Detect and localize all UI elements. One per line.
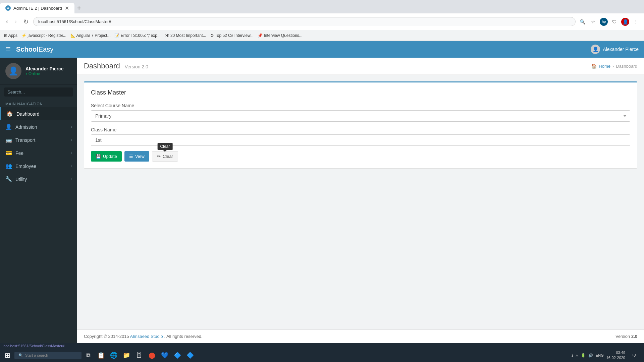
utility-icon: 🔧 [5, 176, 12, 182]
sidebar-label-fee: Fee [15, 150, 67, 156]
toolbar-icons: 🔍 ☆ hp 🛡 👤 ⋮ [578, 18, 640, 26]
taskbar-task6[interactable]: 💙 [159, 349, 171, 361]
admission-arrow-icon: ‹ [71, 125, 72, 129]
sidebar-label-admission: Admission [15, 124, 67, 130]
back-button[interactable]: ‹ [4, 17, 10, 26]
status-bar: localhost:51561/School/ClassMaster# [0, 343, 644, 349]
tray-battery[interactable]: 🔋 [581, 353, 586, 358]
content-footer: Copyright © 2014-2015 Almsaeed Studio . … [77, 329, 644, 343]
sidebar-user-details: Alexander Pierce Online [25, 66, 64, 76]
form-title: Class Master [91, 89, 630, 96]
clear-button[interactable]: ✏ Clear [152, 151, 178, 162]
system-tray: ℹ △ 🔋 🔊 ENG 03:49 16-02-2020 🗨 [569, 349, 643, 361]
clear-button-wrapper: Clear ✏ Clear [152, 151, 178, 162]
forward-button[interactable]: › [13, 17, 19, 26]
tray-icon-1[interactable]: ℹ [572, 353, 573, 358]
class-label: Class Name [91, 127, 630, 132]
breadcrumb-separator: › [612, 64, 614, 69]
brand-logo: SchoolEasy [16, 46, 591, 53]
form-buttons: 💾 Update ☰ View Clear [91, 151, 630, 162]
tab-close-button[interactable]: ✕ [65, 5, 69, 11]
bookmark-5[interactable]: ⚙ Top 52 C# Interview... [210, 33, 254, 38]
task-view-button[interactable]: ⧉ [82, 349, 94, 361]
clear-label: Clear [163, 154, 173, 159]
update-label: Update [103, 154, 117, 159]
reload-button[interactable]: ↻ [21, 17, 31, 27]
sidebar-search-input[interactable] [4, 87, 73, 97]
sidebar-avatar: 👤 [5, 63, 21, 79]
sidebar-item-admission[interactable]: 👤 Admission ‹ [0, 120, 77, 133]
update-button[interactable]: 💾 Update [91, 151, 122, 162]
url-input[interactable] [33, 17, 576, 26]
search-icon[interactable]: 🔍 [578, 18, 586, 26]
sidebar-search-container [0, 85, 77, 99]
brand-light: Easy [39, 46, 53, 53]
fee-arrow-icon: ‹ [71, 151, 72, 155]
view-button[interactable]: ☰ View [124, 151, 149, 162]
tray-icon-2[interactable]: △ [576, 353, 578, 358]
rights-text: . All rights reserved. [164, 334, 202, 339]
sidebar-item-transport[interactable]: 🚌 Transport ‹ [0, 133, 77, 146]
taskbar-task1[interactable]: 📋 [95, 349, 107, 361]
bookmark-4[interactable]: >h 20 Most Important... [165, 33, 206, 38]
class-name-input[interactable] [91, 134, 630, 146]
sidebar-user-panel: 👤 Alexander Pierce Online [0, 58, 77, 85]
bookmark-apps[interactable]: ⊞ Apps [4, 33, 17, 38]
taskbar-task2[interactable]: 🌐 [108, 349, 120, 361]
footer-version-value: 2.0 [631, 334, 637, 339]
sidebar-label-utility: Utility [15, 177, 67, 182]
taskbar-task7[interactable]: 🔷 [171, 349, 183, 361]
course-form-group: Select Course Name Primary Secondary Hig… [91, 103, 630, 122]
top-user-info[interactable]: 👤 Alexander Pierce [591, 45, 639, 54]
sidebar-section-title: MAIN NAVIGATION [0, 99, 77, 107]
clear-icon: ✏ [157, 154, 161, 159]
hamburger-menu[interactable]: ☰ [5, 46, 11, 53]
course-select[interactable]: Primary Secondary Higher Secondary [91, 110, 630, 122]
sidebar-item-utility[interactable]: 🔧 Utility ‹ [0, 173, 77, 186]
update-icon: 💾 [96, 154, 101, 159]
sidebar-item-employee[interactable]: 👥 Employee ‹ [0, 160, 77, 173]
copyright-text: Copyright © 2014-2015 [84, 334, 129, 339]
shield-icon[interactable]: 🛡 [610, 18, 619, 26]
notification-button[interactable]: 🗨 [628, 349, 640, 361]
search-icon-taskbar: 🔍 [18, 353, 23, 358]
clock-time: 03:49 [606, 350, 625, 355]
taskbar-task4[interactable]: 🗄 [133, 349, 145, 361]
breadcrumb-current: Dashboard [616, 64, 637, 69]
content-scroll: Class Master Select Course Name Primary … [77, 75, 644, 329]
company-link[interactable]: Almsaeed Studio [130, 334, 163, 339]
profile-icon[interactable]: 👤 [621, 18, 629, 26]
bookmark-3[interactable]: 📝 Error TS1005: ';' exp... [114, 33, 160, 38]
sidebar-label-employee: Employee [15, 164, 67, 169]
bookmark-2[interactable]: 📐 Angular 7 Project... [70, 33, 111, 38]
form-card: Class Master Select Course Name Primary … [84, 81, 637, 169]
course-label: Select Course Name [91, 103, 630, 108]
active-tab[interactable]: A AdminLTE 2 | Dashboard ✕ [0, 3, 74, 13]
breadcrumb-home-link[interactable]: Home [599, 64, 610, 69]
fee-icon: 💳 [5, 150, 12, 156]
transport-arrow-icon: ‹ [71, 138, 72, 142]
bookmark-1[interactable]: ⚡ javascript - Register... [21, 33, 66, 38]
bookmark-icon[interactable]: ☆ [589, 18, 597, 26]
tray-volume[interactable]: 🔊 [588, 353, 593, 358]
sidebar: 👤 Alexander Pierce Online MAIN NAVIGATIO… [0, 58, 77, 343]
sidebar-username: Alexander Pierce [25, 66, 64, 71]
footer-version: Version 2.0 [615, 334, 637, 339]
sidebar-item-fee[interactable]: 💳 Fee ‹ [0, 146, 77, 160]
transport-icon: 🚌 [5, 137, 12, 143]
bookmark-6[interactable]: 📌 Interview Questions... [258, 33, 303, 38]
dashboard-icon: 🏠 [6, 111, 13, 117]
taskbar-task5[interactable]: ⬤ [146, 349, 158, 361]
taskbar-task8[interactable]: 🔷 [184, 349, 196, 361]
hp-icon[interactable]: hp [600, 18, 608, 26]
taskbar-search[interactable]: 🔍 Start a search [14, 352, 82, 359]
menu-icon[interactable]: ⋮ [632, 18, 640, 26]
start-button[interactable]: ⊞ [1, 350, 14, 361]
sidebar-item-dashboard[interactable]: 🏠 Dashboard [0, 107, 77, 120]
sidebar-label-transport: Transport [15, 137, 67, 143]
new-tab-button[interactable]: + [74, 3, 84, 13]
breadcrumb-home-icon: 🏠 [591, 64, 597, 69]
page-title: Dashboard Version 2.0 [84, 62, 148, 70]
taskbar-task3[interactable]: 📁 [120, 349, 132, 361]
page-title-text: Dashboard [84, 62, 120, 70]
